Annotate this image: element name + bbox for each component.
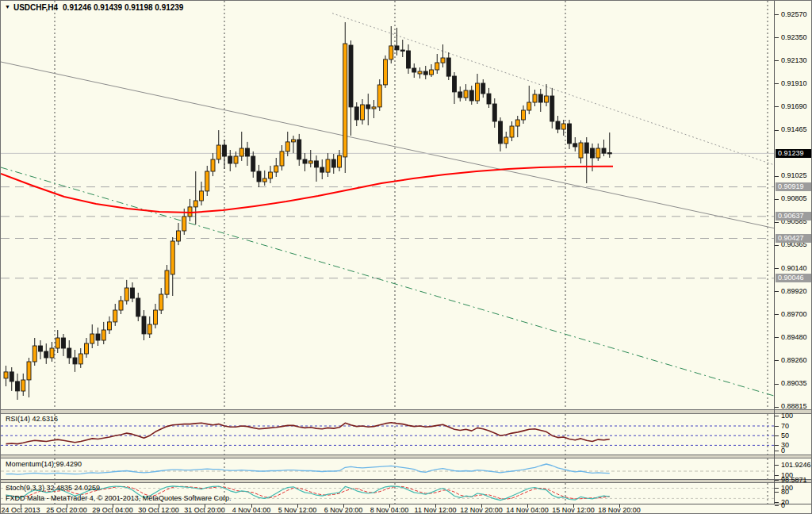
price-tick-mark — [775, 337, 779, 338]
time-tick-label: 6 Nov 20:00 — [324, 506, 363, 514]
time-tick-label: 29 Oct 04:00 — [92, 506, 133, 514]
price-tick-mark — [775, 14, 779, 15]
ohlc-values: 0.91246 0.91439 0.91198 0.91239 — [63, 3, 183, 12]
rsi-tick-mark — [775, 426, 779, 427]
stoch-tick-mark — [775, 505, 779, 506]
price-tick-mark — [775, 199, 779, 200]
price-tick-label: 0.89035 — [781, 379, 807, 388]
stoch-tick-mark — [775, 502, 779, 503]
time-tick-label: 11 Nov 12:00 — [415, 506, 457, 514]
price-tick-label: 0.92570 — [781, 10, 807, 19]
price-tick-label: 0.90140 — [781, 264, 807, 273]
price-tick-label: 0.89700 — [781, 310, 807, 319]
rsi-tick-mark — [775, 416, 779, 416]
time-tick-label: 25 Oct 20:00 — [46, 506, 87, 514]
price-tick-mark — [775, 106, 779, 107]
price-tick-label: 0.92350 — [781, 33, 807, 42]
rsi-plot[interactable] — [1, 414, 812, 455]
price-tick-label: 0.91465 — [781, 125, 807, 134]
level-price-label: 0.90427 — [776, 234, 812, 243]
time-tick-label: 18 Nov 20:00 — [598, 506, 641, 514]
rsi-tick-label: 0 — [781, 447, 785, 455]
rsi-tick-label: 70 — [781, 422, 789, 431]
price-tick-label: 0.89480 — [781, 333, 807, 342]
price-tick-mark — [775, 384, 779, 385]
chart-title: ▼USDCHF,H40.91246 0.91439 0.91198 0.9123… — [5, 3, 183, 12]
time-tick-label: 8 Nov 04:00 — [370, 506, 409, 514]
pane-splitter[interactable] — [1, 409, 812, 414]
level-price-label: 0.90637 — [776, 212, 812, 221]
stoch-tick-label: 0 — [781, 501, 785, 510]
price-tick-mark — [775, 245, 779, 246]
price-tick-mark — [775, 360, 779, 361]
price-tick-mark — [775, 83, 779, 84]
symbol-dropdown-icon[interactable]: ▼ — [5, 4, 10, 10]
level-price-label: 0.90919 — [776, 182, 812, 191]
current-price-label: 0.91239 — [776, 149, 812, 158]
momentum-tick-mark — [775, 475, 779, 476]
mt4-chart-window: ▼USDCHF,H40.91246 0.91439 0.91198 0.9123… — [0, 0, 812, 514]
price-tick-label: 0.91910 — [781, 79, 807, 88]
time-tick-label: 24 Oct 2013 — [1, 506, 40, 514]
price-tick-label: 0.91690 — [781, 102, 807, 111]
momentum-label: Momentum(14) 99.4290 — [6, 460, 82, 468]
price-tick-mark — [775, 314, 779, 315]
price-tick-mark — [775, 268, 779, 269]
time-tick-label: 31 Oct 20:00 — [184, 506, 225, 514]
stoch-label: Stoch(9,3,3) 32.4835 24.0259 — [6, 484, 100, 492]
price-tick-label: 0.90805 — [781, 194, 807, 203]
main-chart-plot[interactable] — [1, 1, 812, 409]
momentum-plot[interactable] — [1, 458, 812, 479]
momentum-tick-mark — [775, 480, 779, 481]
price-tick-mark — [775, 291, 779, 292]
price-tick-label: 0.88815 — [781, 402, 807, 411]
level-price-label: 0.90046 — [776, 274, 812, 282]
rsi-tick-mark — [775, 451, 779, 451]
time-tick-label: 30 Oct 12:00 — [138, 506, 179, 514]
pane-splitter[interactable] — [1, 479, 812, 483]
price-axis-border — [774, 1, 775, 504]
stoch-tick-label: 80 — [781, 488, 789, 497]
time-tick-label: 12 Nov 20:00 — [460, 506, 503, 514]
price-tick-mark — [775, 130, 779, 131]
pane-splitter[interactable] — [1, 455, 812, 458]
price-tick-mark — [775, 176, 779, 177]
price-tick-mark — [775, 222, 779, 223]
momentum-tick-label: 101.9246 — [781, 461, 811, 470]
time-tick-label: 15 Nov 12:00 — [552, 506, 595, 514]
price-tick-mark — [775, 37, 779, 38]
rsi-label: RSI(14) 42.6316 — [6, 415, 58, 423]
price-tick-label: 0.89920 — [781, 287, 807, 296]
price-tick-mark — [775, 407, 779, 408]
copyright-text: FXDD Malta - MetaTrader 4, © 2001-2013, … — [6, 494, 231, 502]
stoch-tick-mark — [775, 488, 779, 489]
price-tick-mark — [775, 60, 779, 61]
rsi-tick-mark — [775, 445, 779, 446]
stoch-tick-mark — [775, 492, 779, 493]
time-tick-label: 14 Nov 04:00 — [506, 506, 549, 514]
momentum-tick-mark — [775, 465, 779, 466]
time-tick-label: 4 Nov 04:00 — [232, 506, 271, 514]
time-tick-label: 5 Nov 12:00 — [278, 506, 317, 514]
symbol-timeframe: USDCHF,H4 — [13, 3, 58, 12]
price-tick-label: 0.92130 — [781, 56, 807, 65]
time-axis-line — [1, 504, 812, 504]
rsi-tick-label: 100 — [781, 412, 793, 420]
price-tick-label: 0.91025 — [781, 171, 807, 180]
rsi-tick-label: 50 — [781, 432, 789, 440]
price-tick-label: 0.89260 — [781, 356, 807, 365]
rsi-tick-mark — [775, 435, 779, 436]
